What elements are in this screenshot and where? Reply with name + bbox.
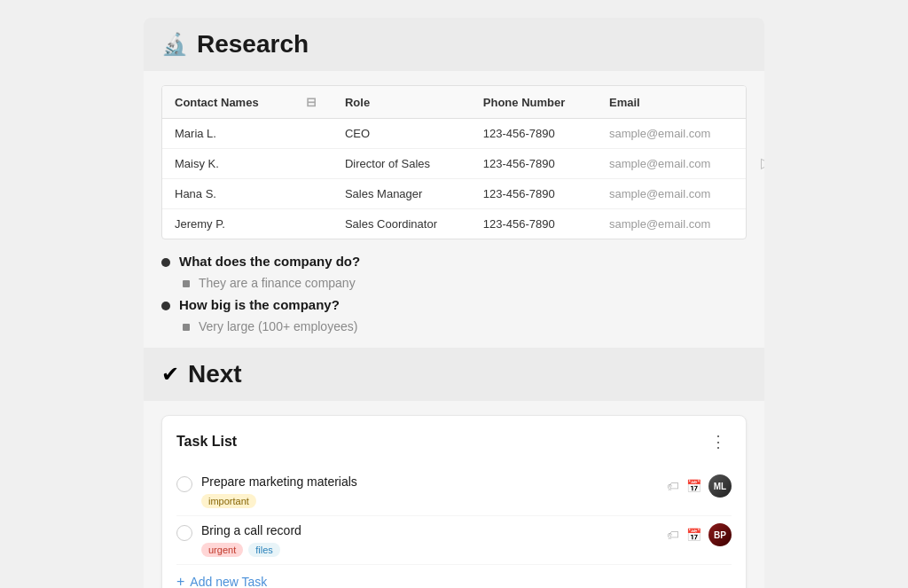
bullet-sub-item-1: They are a finance company: [183, 276, 747, 290]
bullet-dot-large-1: [161, 258, 170, 267]
bullet-dot-small-1: [183, 280, 190, 287]
task-avatar-1: ML: [708, 474, 732, 498]
task-checkbox-2[interactable]: [176, 525, 192, 541]
bullet-question-2: How big is the company?: [179, 297, 340, 312]
row-icon-1: [291, 119, 333, 149]
contact-role-4: Sales Coordinator: [333, 209, 471, 239]
contact-phone-4: 123-456-7890: [471, 209, 597, 239]
add-task-plus-icon: +: [176, 574, 184, 588]
bullet-answer-1: They are a finance company: [199, 276, 356, 290]
row-icon-4: [291, 209, 333, 239]
task-item-2: Bring a call record urgent files 🏷 📅 BP: [176, 516, 732, 565]
col-header-icon: ⊟: [291, 86, 333, 119]
col-header-names: Contact Names: [162, 86, 291, 119]
task-actions-2: 🏷 📅 BP: [667, 523, 732, 546]
task-avatar-2: BP: [708, 523, 732, 546]
bullet-item-2: How big is the company?: [161, 297, 747, 312]
research-section-header: 🔬 Research: [144, 18, 764, 71]
contact-phone-1: 123-456-7890: [471, 119, 597, 149]
contact-phone-2: 123-456-7890: [471, 149, 597, 179]
row-icon-3: [291, 179, 333, 209]
research-bullets: What does the company do? They are a fin…: [161, 254, 747, 333]
bullet-answer-2: Very large (100+ employees): [199, 319, 357, 333]
task-content-2: Bring a call record urgent files: [201, 523, 658, 557]
table-row: Maisy K. Director of Sales 123-456-7890 …: [162, 149, 746, 179]
contact-role-2: Director of Sales: [333, 149, 471, 179]
contact-role-3: Sales Manager: [333, 179, 471, 209]
contact-email-2: sample@email.com: [597, 149, 746, 179]
calendar-icon-2[interactable]: 📅: [686, 528, 701, 542]
col-header-phone: Phone Number: [471, 86, 597, 119]
contact-name-3: Hana S.: [162, 179, 291, 209]
next-icon: ✔: [161, 362, 179, 387]
task-list-card: Task List ⋮ Prepare marketing materials …: [161, 415, 747, 588]
contact-email-1: sample@email.com: [597, 119, 746, 149]
research-title: Research: [197, 30, 309, 59]
next-section-header: ✔ Next: [144, 348, 764, 401]
col-header-role: Role: [333, 86, 471, 119]
bullet-item-1: What does the company do?: [161, 254, 747, 269]
table-expand-arrow[interactable]: ▷: [761, 154, 764, 171]
add-task-label: Add new Task: [190, 575, 267, 588]
contact-table-wrapper: Contact Names ⊟ Role Phone Number Email …: [161, 85, 747, 239]
bullet-question-1: What does the company do?: [179, 254, 360, 269]
task-name-2: Bring a call record: [201, 523, 658, 537]
contact-name-4: Jeremy P.: [162, 209, 291, 239]
tag-urgent-2: urgent: [201, 543, 243, 557]
task-more-button[interactable]: ⋮: [705, 430, 732, 453]
task-checkbox-1[interactable]: [176, 476, 192, 492]
research-icon: 🔬: [161, 32, 188, 57]
task-list-title: Task List: [176, 434, 237, 450]
table-row: Hana S. Sales Manager 123-456-7890 sampl…: [162, 179, 746, 209]
contact-role-1: CEO: [333, 119, 471, 149]
bullet-dot-small-2: [183, 324, 190, 331]
task-content-1: Prepare marketing materials important: [201, 474, 658, 508]
contact-table-container: Contact Names ⊟ Role Phone Number Email …: [144, 85, 764, 239]
bullet-sub-item-2: Very large (100+ employees): [183, 319, 747, 333]
tag-files-2: files: [248, 543, 280, 557]
task-item-1: Prepare marketing materials important 🏷 …: [176, 467, 732, 516]
contact-email-3: sample@email.com: [597, 179, 746, 209]
page-container: 🔬 Research Contact Names ⊟ Role Phone Nu…: [144, 18, 764, 588]
row-icon-2: [291, 149, 333, 179]
bullet-dot-large-2: [161, 302, 170, 310]
add-task-row[interactable]: + Add new Task: [176, 565, 732, 588]
contact-email-4: sample@email.com: [597, 209, 746, 239]
task-name-1: Prepare marketing materials: [201, 474, 658, 489]
table-row: Jeremy P. Sales Coordinator 123-456-7890…: [162, 209, 746, 239]
contact-phone-3: 123-456-7890: [471, 179, 597, 209]
tag-important-1: important: [201, 494, 256, 508]
task-tags-2: urgent files: [201, 543, 658, 557]
contact-name-1: Maria L.: [162, 119, 291, 149]
tag-icon-1[interactable]: 🏷: [667, 479, 679, 493]
task-card-header: Task List ⋮: [176, 430, 732, 453]
contact-name-2: Maisy K.: [162, 149, 291, 179]
next-title: Next: [188, 360, 242, 388]
col-header-email: Email: [597, 86, 746, 119]
tag-icon-2[interactable]: 🏷: [667, 528, 679, 542]
task-actions-1: 🏷 📅 ML: [667, 474, 732, 498]
contact-table: Contact Names ⊟ Role Phone Number Email …: [162, 86, 746, 239]
calendar-icon-1[interactable]: 📅: [686, 479, 701, 493]
table-row: Maria L. CEO 123-456-7890 sample@email.c…: [162, 119, 746, 149]
task-tags-1: important: [201, 494, 658, 508]
